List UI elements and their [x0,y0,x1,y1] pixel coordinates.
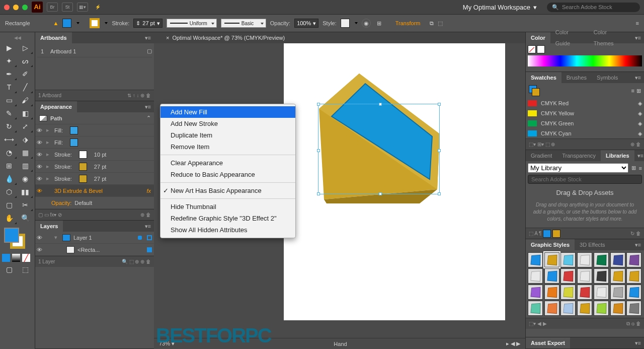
artboard-canvas[interactable] [284,43,505,320]
perspective-tool[interactable]: ▦ [17,146,33,159]
style-thumbnail[interactable] [610,301,625,316]
style-thumbnail[interactable] [528,285,543,300]
style-thumbnail[interactable] [544,268,559,284]
menu-item[interactable]: Redefine Graphic Style "3D Effect 2" [160,213,295,224]
swatch-item[interactable]: CMYK Yellow◈ [526,108,644,118]
hand-tool[interactable]: ✋ [1,212,17,225]
style-thumbnail[interactable] [528,252,543,267]
panel-menu-icon[interactable]: ▾≡ [634,153,644,159]
direct-selection-tool[interactable]: ▷ [17,41,33,54]
stroke-weight-input[interactable]: ⇕ 27 pt ▾ [133,19,162,28]
eraser-tool[interactable]: ◧ [17,107,33,120]
swatch-item[interactable]: CMYK Cyan◈ [526,128,644,138]
panel-menu-icon[interactable]: ▾≡ [632,75,644,81]
panel-menu-icon[interactable]: ▾≡ [632,35,644,41]
style-thumbnail[interactable] [610,268,625,284]
curvature-tool[interactable]: ✐ [17,67,33,81]
stroke-profile-select[interactable]: Uniform [167,19,217,28]
recolor-icon[interactable]: ◉ [362,19,371,28]
align-icon[interactable]: ⊞ [375,20,383,27]
panel-tab[interactable]: Brushes [561,72,592,83]
menu-item[interactable]: Hide Thumbnail [160,201,295,213]
panel-menu-icon[interactable]: ▾≡ [142,223,154,230]
distort-icon[interactable]: ⬚ [438,20,443,27]
panel-tab[interactable]: Graphic Styles [526,239,575,250]
rectangle-tool[interactable]: ▭ [1,94,17,107]
layer-row[interactable]: 👁▾ Layer 1 [35,232,154,244]
grid-view-icon[interactable]: ⊞ [631,165,636,171]
appearance-tab[interactable]: Appearance [35,101,77,112]
panel-menu-icon[interactable]: ▾≡ [142,35,154,41]
style-thumbnail[interactable] [610,285,625,300]
menu-item[interactable]: Reduce to Basic Appearance [160,169,295,180]
menu-item[interactable]: New Art Has Basic Appearance [160,185,295,196]
paintbrush-tool[interactable]: 🖌 [17,94,33,107]
fill-swatch[interactable] [62,19,71,28]
appearance-row[interactable]: 👁▸Stroke:27 pt [35,161,154,173]
style-thumbnail[interactable] [560,301,576,316]
minimize-window[interactable] [13,5,19,10]
style-thumbnail[interactable] [577,301,592,316]
menu-item[interactable]: Remove Item [160,141,295,153]
opacity-input[interactable]: 100% ▾ [294,19,318,28]
blend-tool[interactable]: ◉ [17,172,33,185]
stock-search-input[interactable]: 🔍 Search Adobe Stock [547,3,640,12]
selection-tool[interactable]: ▶ [1,41,17,54]
color-mode[interactable] [2,254,10,262]
menu-item[interactable]: Duplicate Item [160,129,295,141]
swatch-item[interactable]: CMYK Green◈ [526,118,644,128]
appearance-row[interactable]: 👁▸Stroke:10 pt [35,149,154,161]
appearance-row[interactable]: 👁▸Fill: [35,136,154,149]
panel-tab[interactable]: Swatches [526,72,561,83]
free-transform-tool[interactable]: ⬗ [17,133,33,146]
library-search-input[interactable] [528,175,642,184]
style-thumbnail[interactable] [577,252,592,267]
style-thumbnail[interactable] [528,301,543,316]
panel-menu-icon[interactable]: ▾≡ [142,104,154,110]
menu-item[interactable]: Add New Stroke [160,118,295,129]
style-thumbnail[interactable] [626,301,641,316]
style-thumbnail[interactable] [610,252,625,267]
list-view-icon[interactable]: ≡ [639,165,642,171]
panel-tab[interactable]: Gradient [526,150,557,161]
style-thumbnail[interactable] [577,285,592,300]
style-thumbnail[interactable] [594,301,609,316]
appearance-opacity-row[interactable]: Opacity: Default [35,197,154,209]
style-thumbnail[interactable] [594,252,609,267]
workspace-selector[interactable]: My Optimal Workspace ▾ [457,4,543,11]
transform-link[interactable]: Transform [395,20,421,26]
type-tool[interactable]: T [1,81,17,94]
none-mode[interactable]: ╱ [22,254,30,262]
gradient-tool[interactable]: ▥ [17,159,33,172]
style-swatch[interactable] [341,19,350,28]
artboards-tab[interactable]: Artboards [35,32,72,43]
arrange-button[interactable]: ▦▾ [77,3,88,12]
layer-item-row[interactable]: 👁 <Recta... [35,244,154,256]
line-tool[interactable]: ╱ [17,81,33,94]
rotate-tool[interactable]: ↻ [1,120,17,133]
panel-tab[interactable]: Libraries [601,150,634,161]
style-thumbnail[interactable] [594,285,609,300]
list-view-icon[interactable]: ≡ [631,88,634,94]
warning-icon[interactable]: ▲ [53,20,59,26]
panel-tab[interactable]: Symbols [592,72,623,83]
isolate-icon[interactable]: ⧉ [430,20,434,27]
artboard-row[interactable]: 1 Artboard 1 ▢ [37,45,152,57]
symbol-sprayer-tool[interactable]: ⬡ [1,185,17,198]
graph-tool[interactable]: ▮▮ [17,185,33,198]
slice-tool[interactable]: ✂ [17,198,33,212]
style-thumbnail[interactable] [560,268,576,284]
style-thumbnail[interactable] [544,285,559,300]
style-thumbnail[interactable] [528,268,543,284]
menu-item[interactable]: Clear Appearance [160,157,295,169]
document-tab[interactable]: × Optimal Workspace* @ 73% (CMYK/Preview… [154,32,525,43]
appearance-row[interactable]: 👁▸Stroke:27 pt [35,173,154,185]
shaper-tool[interactable]: ✎ [1,107,17,120]
asset-export-tab[interactable]: Asset Export [526,337,570,348]
gpu-button[interactable]: ⚡ [92,3,103,12]
panel-tab[interactable]: Color Themes [589,27,632,49]
maximize-window[interactable] [22,5,28,10]
mesh-tool[interactable]: ⊞ [1,159,17,172]
style-thumbnail[interactable] [626,252,641,267]
layers-tab[interactable]: Layers [35,221,63,232]
